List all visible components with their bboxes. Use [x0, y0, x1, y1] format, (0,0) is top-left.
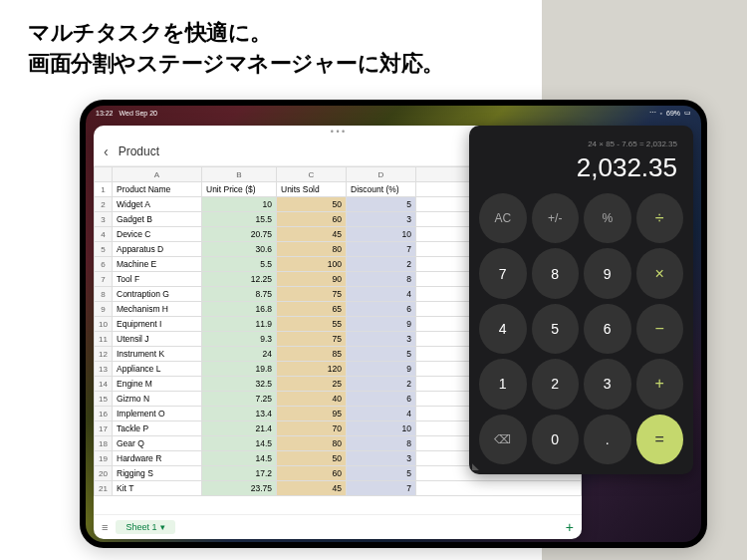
- cell[interactable]: Discount (%): [347, 182, 416, 197]
- cell[interactable]: 30.6: [202, 242, 277, 257]
- row-header[interactable]: 7: [95, 272, 113, 287]
- col-header[interactable]: C: [277, 167, 347, 182]
- col-header[interactable]: A: [113, 167, 202, 182]
- cell[interactable]: Hardware R: [113, 451, 202, 466]
- calc-btn-=[interactable]: =: [636, 415, 684, 464]
- row-header[interactable]: 16: [95, 407, 113, 421]
- cell[interactable]: 8: [347, 436, 416, 451]
- row-header[interactable]: 14: [95, 377, 113, 392]
- calc-btn-×[interactable]: ×: [636, 248, 684, 298]
- cell[interactable]: 11.9: [202, 317, 277, 332]
- cell[interactable]: 70: [277, 421, 347, 436]
- cell[interactable]: 4: [347, 407, 416, 421]
- cell[interactable]: Utensil J: [113, 332, 202, 347]
- row-header[interactable]: 4: [95, 227, 113, 242]
- cell[interactable]: Instrument K: [113, 347, 202, 362]
- cell[interactable]: 7: [347, 242, 416, 257]
- row-header[interactable]: 5: [95, 242, 113, 257]
- calc-btn-.[interactable]: .: [584, 415, 631, 464]
- calc-btn-AC[interactable]: AC: [479, 193, 527, 243]
- cell[interactable]: 16.8: [202, 302, 277, 317]
- cell[interactable]: 24: [202, 347, 277, 362]
- cell[interactable]: 90: [277, 272, 347, 287]
- cell[interactable]: 3: [347, 451, 416, 466]
- cell[interactable]: Gadget B: [113, 212, 202, 227]
- sheet-tab[interactable]: Sheet 1 ▾: [116, 520, 175, 534]
- cell[interactable]: 23.75: [202, 481, 277, 496]
- sheets-menu-button[interactable]: ≡: [102, 521, 108, 533]
- cell[interactable]: Product Name: [113, 182, 202, 197]
- cell[interactable]: 5: [347, 347, 416, 362]
- col-header[interactable]: D: [347, 167, 416, 182]
- window-resize-handle[interactable]: ◣: [472, 461, 479, 471]
- cell[interactable]: Tool F: [113, 272, 202, 287]
- cell[interactable]: 55: [277, 317, 347, 332]
- cell[interactable]: Contraption G: [113, 287, 202, 302]
- cell[interactable]: Appliance L: [113, 362, 202, 377]
- cell[interactable]: 3: [347, 212, 416, 227]
- calc-btn-+[interactable]: +: [636, 359, 684, 409]
- cell[interactable]: Engine M: [113, 377, 202, 392]
- cell[interactable]: Mechanism H: [113, 302, 202, 317]
- cell[interactable]: 10: [347, 421, 416, 436]
- calc-btn-5[interactable]: 5: [532, 304, 580, 354]
- cell[interactable]: Rigging S: [113, 466, 202, 481]
- row-header[interactable]: 1: [95, 182, 113, 197]
- cell[interactable]: 50: [277, 197, 347, 212]
- cell[interactable]: Device C: [113, 227, 202, 242]
- row-header[interactable]: 3: [95, 212, 113, 227]
- cell[interactable]: 25: [277, 377, 347, 392]
- cell[interactable]: 8.75: [202, 287, 277, 302]
- cell[interactable]: 95: [277, 407, 347, 421]
- row-header[interactable]: 11: [95, 332, 113, 347]
- row-header[interactable]: 10: [95, 317, 113, 332]
- calc-btn-÷[interactable]: ÷: [636, 193, 684, 243]
- cell[interactable]: 60: [277, 212, 347, 227]
- cell[interactable]: 9: [347, 317, 416, 332]
- cell[interactable]: 45: [277, 227, 347, 242]
- cell[interactable]: Machine E: [113, 257, 202, 272]
- cell[interactable]: Unit Price ($): [202, 182, 277, 197]
- cell[interactable]: Tackle P: [113, 421, 202, 436]
- cell[interactable]: 5.5: [202, 257, 277, 272]
- col-header[interactable]: B: [202, 167, 277, 182]
- cell[interactable]: 17.2: [202, 466, 277, 481]
- calc-btn-0[interactable]: 0: [532, 415, 580, 464]
- calc-btn-−[interactable]: −: [636, 304, 684, 354]
- cell[interactable]: 9.3: [202, 332, 277, 347]
- row-header[interactable]: 17: [95, 421, 113, 436]
- cell[interactable]: 14.5: [202, 451, 277, 466]
- cell[interactable]: Gear Q: [113, 436, 202, 451]
- cell[interactable]: 10: [202, 197, 277, 212]
- cell[interactable]: 6: [347, 302, 416, 317]
- cell[interactable]: 21.4: [202, 421, 277, 436]
- cell[interactable]: 85: [277, 347, 347, 362]
- row-header[interactable]: 18: [95, 436, 113, 451]
- cell[interactable]: 9: [347, 362, 416, 377]
- cell[interactable]: 80: [277, 242, 347, 257]
- cell[interactable]: 3: [347, 332, 416, 347]
- cell[interactable]: 5: [347, 197, 416, 212]
- row-header[interactable]: 9: [95, 302, 113, 317]
- cell[interactable]: 6: [347, 392, 416, 407]
- cell[interactable]: 65: [277, 302, 347, 317]
- calc-btn-3[interactable]: 3: [584, 359, 631, 409]
- row-header[interactable]: 2: [95, 197, 113, 212]
- row-header[interactable]: 20: [95, 466, 113, 481]
- back-button[interactable]: ‹: [104, 143, 109, 159]
- cell[interactable]: 13.4: [202, 407, 277, 421]
- row-header[interactable]: 15: [95, 392, 113, 407]
- row-header[interactable]: 12: [95, 347, 113, 362]
- cell[interactable]: 2: [347, 257, 416, 272]
- cell[interactable]: Kit T: [113, 481, 202, 496]
- cell[interactable]: 5: [347, 466, 416, 481]
- cell[interactable]: Equipment I: [113, 317, 202, 332]
- row-header[interactable]: 8: [95, 287, 113, 302]
- calc-btn-8[interactable]: 8: [532, 248, 580, 298]
- cell[interactable]: 60: [277, 466, 347, 481]
- cell[interactable]: 7.25: [202, 392, 277, 407]
- calculator-window[interactable]: 24 × 85 - 7.65 = 2,032.35 2,032.35 AC+/-…: [469, 126, 693, 474]
- calc-btn-4[interactable]: 4: [479, 304, 527, 354]
- cell[interactable]: Gizmo N: [113, 392, 202, 407]
- cell[interactable]: 14.5: [202, 436, 277, 451]
